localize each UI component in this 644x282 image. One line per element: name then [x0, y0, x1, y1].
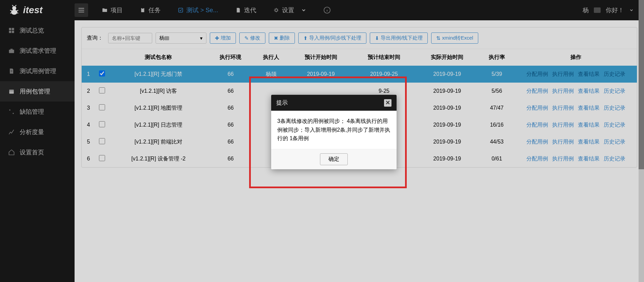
- op-result[interactable]: 查看结果: [578, 155, 600, 162]
- cell-actual-start: 2019-09-19: [416, 116, 479, 133]
- svg-line-5: [16, 13, 18, 14]
- sidebar-item-cases[interactable]: 测试用例管理: [0, 61, 75, 81]
- import-button[interactable]: ⬆ 导入用例/同步线下处理: [298, 32, 366, 44]
- op-exec[interactable]: 执行用例: [552, 88, 574, 95]
- dialog-confirm-button[interactable]: 确定: [320, 153, 348, 165]
- query-label: 查询：: [87, 35, 103, 42]
- op-exec[interactable]: 执行用例: [552, 105, 574, 112]
- op-exec[interactable]: 执行用例: [552, 138, 574, 146]
- scrollbar-thumb[interactable]: [639, 0, 644, 169]
- op-history[interactable]: 历史记录: [604, 105, 625, 112]
- svg-point-26: [9, 109, 10, 110]
- table-row[interactable]: 1 [v1.2.1][R] 无感门禁 66 杨颉 2019-09-19 2019…: [82, 66, 637, 83]
- svg-rect-11: [141, 8, 144, 12]
- op-assign[interactable]: 分配用例: [526, 138, 548, 146]
- op-result[interactable]: 查看结果: [578, 138, 600, 146]
- document-icon: [235, 7, 241, 13]
- cell-actual-start: 2019-09-19: [416, 66, 479, 83]
- nav-test[interactable]: 测试 > Se...: [178, 6, 218, 14]
- caret-down-icon: ▾: [200, 35, 203, 41]
- op-history[interactable]: 历史记录: [604, 138, 625, 146]
- sidebar-item-packages[interactable]: 用例包管理: [0, 81, 75, 102]
- svg-line-2: [10, 10, 12, 11]
- col-rate: 执行率: [479, 49, 515, 66]
- folder-icon: [102, 7, 108, 13]
- row-checkbox[interactable]: [99, 121, 105, 127]
- cell-pkg-name: [v1.2.1][R] 访客: [109, 83, 208, 100]
- svg-line-7: [15, 5, 16, 6]
- op-assign[interactable]: 分配用例: [526, 71, 548, 78]
- col-pkg-name: 测试包名称: [109, 49, 208, 66]
- row-checkbox[interactable]: [99, 155, 105, 161]
- search-input[interactable]: [108, 33, 152, 43]
- check-square-icon: [178, 7, 184, 13]
- op-exec[interactable]: 执行用例: [552, 71, 574, 78]
- cell-actual-start: 2019-09-19: [416, 83, 479, 100]
- cell-pkg-name: [v1.2.1][R] 设备管理 -2: [109, 150, 208, 167]
- export-button[interactable]: ⬇ 导出用例/线下处理: [370, 32, 428, 44]
- svg-line-6: [12, 5, 13, 6]
- op-history[interactable]: 历史记录: [604, 122, 625, 129]
- sidebar-item-overview[interactable]: 测试总览: [0, 20, 75, 41]
- sidebar-item-settings-home[interactable]: 设置首页: [0, 142, 75, 162]
- svg-rect-17: [9, 28, 12, 30]
- svg-rect-21: [9, 50, 14, 53]
- row-checkbox[interactable]: [99, 138, 105, 144]
- sidebar-item-analytics[interactable]: 分析度量: [0, 122, 75, 142]
- nav-iteration[interactable]: 迭代: [235, 6, 256, 14]
- op-assign[interactable]: 分配用例: [526, 155, 548, 162]
- op-history[interactable]: 历史记录: [604, 155, 625, 162]
- delete-button[interactable]: ✖ 删除: [269, 32, 295, 44]
- dialog-header: 提示 ✕: [271, 95, 397, 111]
- svg-rect-13: [179, 8, 183, 12]
- op-assign[interactable]: 分配用例: [526, 105, 548, 112]
- file-icon: [8, 68, 15, 74]
- cell-plan-end: 2019-09-25: [353, 66, 416, 83]
- sidebar-item-defects[interactable]: 缺陷管理: [0, 102, 75, 122]
- col-plan-end: 预计结束时间: [353, 49, 416, 66]
- dialog-title: 提示: [276, 99, 288, 107]
- edit-button[interactable]: ✎ 修改: [239, 32, 265, 44]
- app-logo: itest: [0, 4, 75, 16]
- row-checkbox[interactable]: [99, 104, 105, 110]
- row-checkbox[interactable]: [99, 70, 105, 77]
- dialog-close-button[interactable]: ✕: [384, 99, 391, 107]
- op-assign[interactable]: 分配用例: [526, 88, 548, 95]
- svg-point-27: [13, 113, 14, 114]
- xmind-button[interactable]: ⇅ xmind转Excel: [431, 32, 478, 44]
- svg-line-4: [10, 13, 12, 14]
- cell-plan-start: 2019-09-19: [289, 66, 352, 83]
- op-exec[interactable]: 执行用例: [552, 155, 574, 162]
- cell-rate: 44/53: [479, 133, 515, 150]
- col-actual-start: 实际开始时间: [416, 49, 479, 66]
- nav-settings[interactable]: 设置: [273, 6, 294, 14]
- nav-task[interactable]: 任务: [140, 6, 161, 14]
- executor-dropdown[interactable]: 杨 ▾: [156, 32, 206, 44]
- op-result[interactable]: 查看结果: [578, 71, 600, 78]
- hamburger-icon: [78, 6, 85, 14]
- op-exec[interactable]: 执行用例: [552, 122, 574, 129]
- nav-project[interactable]: 项目: [102, 6, 123, 14]
- op-history[interactable]: 历史记录: [604, 88, 625, 95]
- op-history[interactable]: 历史记录: [604, 71, 625, 78]
- op-assign[interactable]: 分配用例: [526, 122, 548, 129]
- cell-env: 66: [208, 150, 253, 167]
- cell-actual-start: 2019-09-19: [416, 133, 479, 150]
- logo-text: itest: [23, 5, 43, 16]
- scrollbar-track[interactable]: [639, 0, 644, 282]
- cell-pkg-name: [v1.2.1][R] 地图管理: [109, 100, 208, 116]
- sidebar-item-requirements[interactable]: 测试需求管理: [0, 41, 75, 61]
- menu-toggle-button[interactable]: [75, 3, 88, 17]
- chevron-down-icon[interactable]: [301, 7, 306, 13]
- add-button[interactable]: ✚ 增加: [210, 32, 236, 44]
- info-icon[interactable]: [323, 6, 331, 14]
- gear-icon: [273, 7, 279, 13]
- op-result[interactable]: 查看结果: [578, 122, 600, 129]
- op-result[interactable]: 查看结果: [578, 105, 600, 112]
- user-name-mask: [594, 7, 601, 13]
- row-checkbox[interactable]: [99, 87, 105, 93]
- op-result[interactable]: 查看结果: [578, 88, 600, 95]
- user-greeting[interactable]: 杨你好！: [583, 6, 634, 14]
- package-icon: [8, 88, 15, 95]
- table-header-row: 测试包名称 执行环境 执行人 预计开始时间 预计结束时间 实际开始时间 执行率 …: [82, 49, 637, 66]
